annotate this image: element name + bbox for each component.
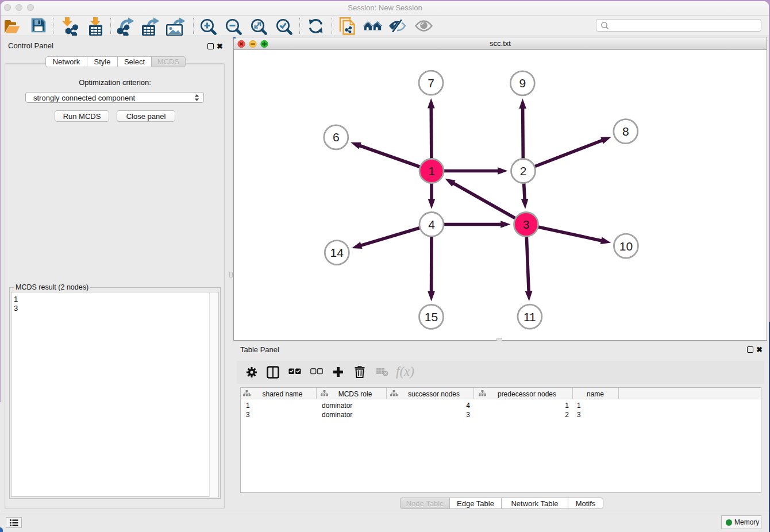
- svg-text:1: 1: [428, 164, 435, 178]
- svg-text:10: 10: [619, 240, 633, 253]
- svg-text:3: 3: [523, 218, 530, 231]
- svg-text:8: 8: [622, 125, 629, 138]
- svg-text:7: 7: [428, 76, 434, 90]
- svg-text:2: 2: [520, 164, 527, 178]
- svg-text:4: 4: [428, 218, 435, 231]
- svg-text:14: 14: [330, 246, 344, 259]
- svg-text:15: 15: [425, 310, 438, 323]
- svg-text:6: 6: [333, 130, 340, 144]
- svg-text:9: 9: [519, 76, 526, 90]
- svg-text:11: 11: [523, 310, 536, 323]
